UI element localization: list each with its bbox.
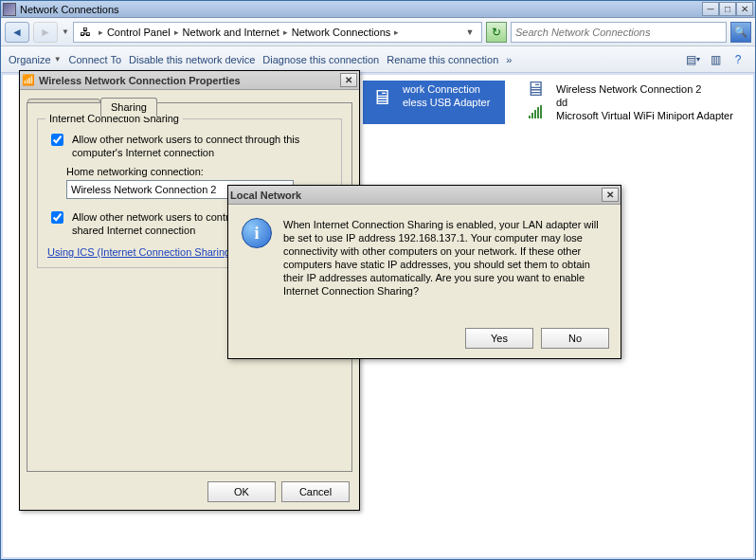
connection-adapter: Microsoft Virtual WiFi Miniport Adapter [556, 109, 733, 122]
connection-item-selected[interactable]: 🖥 work Connection eless USB Adapter [363, 81, 505, 124]
diagnose-connection-button[interactable]: Diagnose this connection [262, 54, 379, 65]
search-box[interactable] [511, 22, 727, 43]
command-bar: Organize▼ Connect To Disable this networ… [1, 46, 755, 73]
connection-status: dd [556, 96, 733, 109]
history-dropdown-icon[interactable]: ▼ [62, 27, 69, 36]
dialog-close-button[interactable]: ✕ [340, 73, 357, 87]
network-adapter-icon: 🖥 [367, 82, 397, 113]
tab-sharing[interactable]: Sharing [100, 98, 157, 117]
close-button[interactable]: ✕ [736, 2, 753, 16]
connection-name: work Connection [403, 82, 490, 96]
window-icon [3, 3, 16, 16]
view-options-icon[interactable]: ▤▾ [683, 50, 702, 69]
cancel-button[interactable]: Cancel [281, 481, 350, 502]
information-icon: i [242, 218, 272, 248]
forward-button[interactable]: ► [33, 22, 58, 43]
navigation-bar: ◄ ► ▼ 🖧 ▸ Control Panel ▸ Network and In… [1, 18, 755, 46]
disable-device-button[interactable]: Disable this network device [129, 54, 255, 65]
refresh-button[interactable]: ↻ [486, 22, 507, 43]
home-connection-label: Home networking connection: [66, 165, 332, 178]
allow-connect-checkbox[interactable] [51, 134, 63, 146]
local-network-messagebox: Local Network ✕ i When Internet Connecti… [227, 185, 621, 359]
search-button[interactable]: 🔍 [730, 22, 751, 43]
dialog-title: Wireless Network Connection Properties [39, 74, 241, 85]
no-button[interactable]: No [541, 328, 609, 349]
network-location-icon: 🖧 [78, 25, 93, 40]
address-bar[interactable]: 🖧 ▸ Control Panel ▸ Network and Internet… [73, 22, 482, 43]
yes-button[interactable]: Yes [465, 328, 533, 349]
allow-control-checkbox[interactable] [51, 211, 63, 224]
rename-connection-button[interactable]: Rename this connection [387, 54, 498, 65]
maximize-button[interactable]: □ [719, 2, 736, 16]
search-input[interactable] [512, 27, 726, 38]
dialog-icon: 📶 [22, 74, 35, 87]
wireless-adapter-icon: 🖥 [520, 82, 550, 113]
combo-value: Wireless Network Connection 2 [71, 184, 216, 195]
address-dropdown-icon[interactable]: ▼ [462, 27, 477, 37]
minimize-button[interactable]: ─ [702, 2, 719, 16]
breadcrumb-mid[interactable]: Network and Internet [181, 27, 281, 38]
more-commands-button[interactable]: » [506, 54, 512, 65]
help-icon[interactable]: ? [729, 50, 747, 69]
ics-help-link[interactable]: Using ICS (Internet Connection Sharing) [47, 246, 234, 258]
ok-button[interactable]: OK [207, 481, 276, 502]
back-button[interactable]: ◄ [5, 22, 29, 43]
preview-pane-icon[interactable]: ▥ [706, 50, 725, 69]
signal-icon [529, 105, 542, 118]
connection-detail: eless USB Adapter [403, 96, 490, 109]
msgbox-close-button[interactable]: ✕ [602, 188, 619, 202]
breadcrumb-root[interactable]: Control Panel [105, 27, 172, 38]
msgbox-title: Local Network [230, 190, 301, 201]
connect-to-button[interactable]: Connect To [69, 54, 121, 65]
breadcrumb-leaf[interactable]: Network Connections [290, 27, 393, 38]
connection-name: Wireless Network Connection 2 [556, 82, 733, 96]
connection-item[interactable]: 🖥 Wireless Network Connection 2 dd Micro… [516, 81, 737, 124]
msgbox-text: When Internet Connection Sharing is enab… [283, 218, 607, 298]
msgbox-titlebar: Local Network ✕ [228, 186, 621, 205]
allow-connect-label: Allow other network users to connect thr… [72, 133, 332, 159]
titlebar: Network Connections ─ □ ✕ [1, 1, 755, 18]
dialog-titlebar: 📶Wireless Network Connection Properties … [20, 71, 359, 90]
organize-menu[interactable]: Organize▼ [9, 54, 62, 65]
window-title: Network Connections [20, 4, 119, 15]
